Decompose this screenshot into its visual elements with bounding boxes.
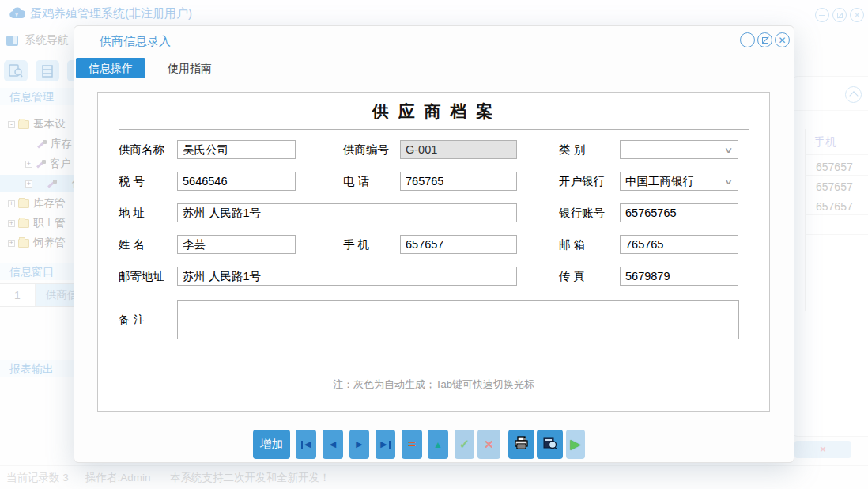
label-bank-account: 银行账号 xyxy=(559,203,605,222)
dialog-close-button[interactable]: ✕ xyxy=(775,32,790,47)
first-record-button[interactable]: ◀ xyxy=(296,430,316,459)
print-button[interactable] xyxy=(508,430,534,459)
next-record-icon: ▶ xyxy=(356,440,362,449)
email-input[interactable] xyxy=(620,235,738,254)
dialog-restore-button[interactable] xyxy=(757,32,772,47)
title-divider xyxy=(119,129,749,130)
printer-icon xyxy=(514,436,530,453)
label-supplier-name: 供商名称 xyxy=(119,140,164,159)
delete-record-icon: = xyxy=(408,439,416,450)
prev-record-icon: ◀ xyxy=(330,440,336,449)
mail-address-input[interactable] xyxy=(177,267,517,286)
supplier-no-input xyxy=(400,140,517,159)
edit-record-button[interactable]: ▲ xyxy=(428,430,448,459)
supplier-name-input[interactable] xyxy=(177,140,296,159)
form-title: 供 应 商 档 案 xyxy=(98,100,769,123)
first-record-icon: ◀ xyxy=(304,440,311,449)
dialog-tabs: 信息操作 使用指南 xyxy=(76,58,225,78)
preview-icon xyxy=(542,436,558,453)
category-select[interactable]: ∨ xyxy=(620,140,738,159)
next-record-button[interactable]: ▶ xyxy=(349,430,369,459)
address-input[interactable] xyxy=(177,203,517,222)
confirm-check-icon: ✓ xyxy=(459,437,470,452)
label-fax: 传 真 xyxy=(559,267,585,286)
form-note: 注：灰色为自动生成；Tab键可快速切换光标 xyxy=(98,377,769,392)
last-record-icon: ▶ xyxy=(380,440,387,449)
label-phone: 电 话 xyxy=(343,172,369,191)
edit-record-icon: ▲ xyxy=(433,440,443,449)
chevron-down-icon: ∨ xyxy=(723,146,733,154)
phone-input[interactable] xyxy=(400,172,517,191)
label-person-name: 姓 名 xyxy=(119,235,145,254)
label-supplier-no: 供商编号 xyxy=(343,140,389,159)
last-record-button[interactable]: ▶ xyxy=(376,430,395,459)
add-button[interactable]: 增加 xyxy=(253,430,290,459)
tab-info-operation[interactable]: 信息操作 xyxy=(76,58,145,78)
mobile-input[interactable] xyxy=(400,235,517,254)
confirm-button[interactable]: ✓ xyxy=(455,430,474,459)
tab-user-guide[interactable]: 使用指南 xyxy=(155,58,225,78)
bank-select[interactable]: 中国工商银行 ∨ xyxy=(620,172,738,191)
label-tax-no: 税 号 xyxy=(119,172,145,191)
bank-account-input[interactable] xyxy=(620,203,738,222)
run-button[interactable]: ▶ xyxy=(566,430,585,459)
cancel-button[interactable]: ✕ xyxy=(477,430,500,459)
label-address: 地 址 xyxy=(119,203,145,222)
delete-record-button[interactable]: = xyxy=(402,430,422,459)
run-play-icon: ▶ xyxy=(570,436,580,453)
supplier-entry-dialog: 供商信息录入 ✕ 信息操作 使用指南 供 应 商 档 案 供商名称 供商编号 类… xyxy=(74,25,794,463)
note-divider xyxy=(119,366,749,366)
prev-record-button[interactable]: ◀ xyxy=(323,430,343,459)
label-bank: 开户银行 xyxy=(559,172,605,191)
dialog-minimize-button[interactable] xyxy=(740,32,755,47)
label-mail-address: 邮寄地址 xyxy=(119,267,164,286)
label-mobile: 手 机 xyxy=(343,235,369,254)
fax-input[interactable] xyxy=(620,267,738,286)
tax-no-input[interactable] xyxy=(177,172,296,191)
person-name-input[interactable] xyxy=(177,235,296,254)
chevron-down-icon: ∨ xyxy=(723,177,733,186)
record-toolbar: 增加 ◀ ◀ ▶ ▶ = ▲ ✓ ✕ xyxy=(74,430,794,460)
supplier-form: 供 应 商 档 案 供商名称 供商编号 类 别 ∨ 税 号 电 话 开户银行 中… xyxy=(97,92,770,412)
cancel-x-icon: ✕ xyxy=(484,438,494,452)
label-category: 类 别 xyxy=(559,140,585,159)
dialog-title: 供商信息录入 xyxy=(100,34,171,49)
remark-textarea[interactable] xyxy=(177,300,739,339)
print-preview-button[interactable] xyxy=(537,430,563,459)
label-remark: 备 注 xyxy=(119,310,145,329)
label-email: 邮 箱 xyxy=(559,235,585,254)
